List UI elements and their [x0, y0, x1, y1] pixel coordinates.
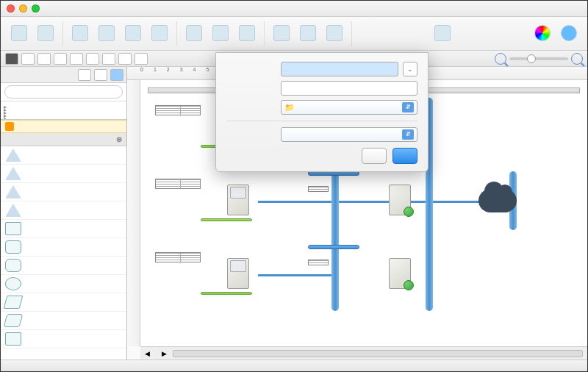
line-tool[interactable] — [54, 53, 67, 65]
pointer-tool[interactable] — [5, 53, 18, 65]
data-table — [155, 105, 201, 115]
cloud-icon — [478, 189, 517, 212]
close-window[interactable] — [7, 4, 15, 12]
shape-item[interactable] — [1, 312, 126, 330]
expand-dialog-button[interactable]: ⌄ — [403, 62, 417, 76]
close-section-icon[interactable]: ⊗ — [116, 135, 122, 143]
save-dialog: ⌄ 📁 ⇵ ⇵ — [215, 52, 429, 172]
rect-tool[interactable] — [21, 53, 35, 65]
zoom-window[interactable] — [32, 4, 40, 12]
shape-item[interactable] — [1, 257, 126, 275]
shape-item[interactable] — [1, 238, 126, 257]
node-label — [308, 245, 359, 249]
front-button[interactable] — [269, 25, 294, 43]
section-drawing-shapes[interactable]: ⊗ — [1, 133, 126, 146]
identical-button[interactable] — [322, 25, 347, 43]
library-tree — [1, 101, 126, 120]
titlebar — [1, 1, 587, 17]
file-format-select[interactable]: ⇵ — [281, 127, 417, 142]
horizontal-scrollbar[interactable] — [173, 350, 583, 357]
sidebar: ⊗ — [1, 67, 127, 360]
libraries-button[interactable] — [7, 25, 32, 43]
find-more-shapes[interactable] — [1, 120, 126, 133]
data-table — [155, 252, 201, 262]
align-button[interactable] — [208, 25, 233, 43]
shapes-list — [1, 146, 126, 360]
search-input[interactable] — [4, 85, 123, 99]
shape-item[interactable] — [1, 293, 126, 312]
save-as-input[interactable] — [281, 62, 398, 76]
status-bar — [1, 360, 587, 372]
web-server-icon — [389, 185, 411, 215]
zoom-out-icon[interactable] — [495, 53, 506, 65]
color-button[interactable] — [530, 25, 555, 43]
text-tool[interactable] — [102, 53, 115, 65]
shapes-icon — [5, 122, 14, 131]
save-button[interactable] — [392, 148, 417, 164]
arc-tool[interactable] — [86, 53, 99, 65]
tree-button[interactable] — [94, 25, 119, 43]
zoom-in-icon[interactable] — [571, 53, 583, 65]
page-nav-next[interactable]: ▶ — [162, 350, 167, 357]
tags-input[interactable] — [281, 81, 417, 96]
sidebar-tab-search[interactable] — [110, 69, 123, 81]
data-table — [308, 186, 329, 192]
browse-solutions-button[interactable] — [33, 25, 58, 43]
web-server-icon — [389, 258, 411, 289]
page-nav-prev[interactable]: ◀ — [145, 350, 150, 357]
shape-item[interactable] — [1, 146, 126, 165]
tree-item[interactable] — [1, 116, 126, 119]
reverse-link-button[interactable] — [147, 25, 172, 43]
network-link — [258, 201, 331, 203]
shape-item[interactable] — [1, 220, 126, 238]
status-pill — [201, 218, 252, 221]
status-pill — [201, 292, 252, 295]
delete-link-button[interactable] — [121, 25, 146, 43]
server-icon — [227, 185, 249, 215]
server-icon — [227, 258, 249, 289]
network-link — [258, 274, 331, 276]
shape-item[interactable] — [1, 330, 126, 348]
main-toolbar — [1, 17, 587, 51]
spline-tool[interactable] — [135, 53, 148, 65]
distribute-button[interactable] — [234, 25, 259, 43]
rotate-flip-button[interactable] — [182, 25, 207, 43]
cancel-button[interactable] — [362, 148, 387, 164]
ellipse-tool[interactable] — [37, 53, 51, 65]
data-table — [308, 260, 329, 265]
shape-item[interactable] — [1, 165, 126, 183]
back-button[interactable] — [295, 25, 320, 43]
chain-button[interactable] — [68, 25, 93, 43]
ruler-vertical — [127, 80, 140, 346]
connector-tool[interactable] — [70, 53, 83, 65]
shape-item[interactable] — [1, 275, 126, 293]
sidebar-tab-list[interactable] — [78, 69, 91, 81]
pen-tool[interactable] — [118, 53, 132, 65]
shape-item[interactable] — [1, 183, 126, 201]
minimize-window[interactable] — [19, 4, 27, 12]
bottom-bar: ◀ ▶ — [140, 346, 587, 360]
zoom-slider[interactable] — [509, 57, 568, 60]
data-table — [155, 179, 201, 189]
shape-item[interactable] — [1, 201, 126, 220]
where-select[interactable]: 📁 ⇵ — [281, 100, 417, 115]
network-link — [339, 201, 426, 203]
sidebar-tab-grid[interactable] — [94, 69, 107, 81]
grid-button[interactable] — [430, 25, 455, 43]
inspectors-button[interactable] — [556, 25, 581, 43]
